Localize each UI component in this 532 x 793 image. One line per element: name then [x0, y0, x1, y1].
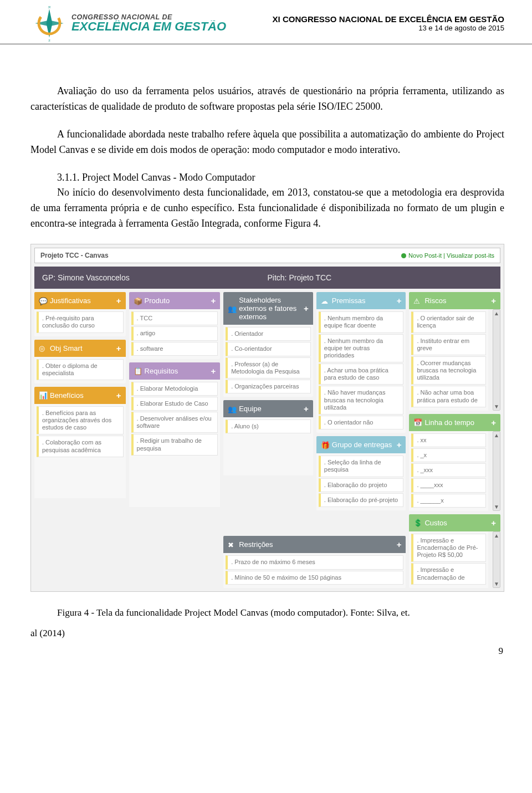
box-custos[interactable]: 💲Custos + [409, 514, 500, 531]
post-it-note[interactable]: . ____xxx [411, 478, 486, 492]
post-it-note[interactable]: . Instituto entrar em greve [411, 334, 486, 355]
target-icon: ◎ [39, 344, 47, 352]
post-it-note[interactable]: . artigo [131, 326, 218, 340]
post-it-note[interactable]: . Prazo de no máximo 6 meses [226, 555, 403, 569]
plus-icon[interactable]: + [397, 440, 402, 449]
post-it-note[interactable]: . _x [411, 448, 486, 462]
post-it-note[interactable]: . Redigir um trabalho de pesquisa [131, 434, 218, 455]
plus-icon[interactable]: + [211, 366, 216, 376]
cube-icon: 📦 [134, 297, 141, 305]
box-requisitos[interactable]: 📋Requisitos + [129, 362, 221, 380]
chevron-down-icon[interactable]: ▼ [494, 580, 499, 587]
post-it-note[interactable]: . Benefícios para as organizações atravé… [37, 406, 124, 435]
post-it-note[interactable]: . Elaborar Metodologia [131, 382, 218, 396]
plus-icon[interactable]: + [304, 404, 309, 413]
post-it-note[interactable]: . Orientador [226, 327, 311, 341]
conference-date: 13 e 14 de agosto de 2015 [273, 24, 504, 32]
chevron-down-icon[interactable]: ▼ [494, 503, 499, 510]
post-it-note[interactable]: . Mínino de 50 e máximo de 150 páginas [226, 571, 403, 585]
plus-icon[interactable]: + [116, 296, 121, 305]
box-stakeholders[interactable]: 👥Stakeholders externos e fatores externo… [223, 292, 313, 325]
post-it-note[interactable]: . _xxx [411, 463, 486, 477]
post-it-note[interactable]: . Obter o diploma de especialista [37, 359, 124, 380]
post-it-note[interactable]: . Professor (a) de Metodologia da Pesqui… [226, 357, 311, 378]
box-obj-smart[interactable]: ◎Obj Smart + [34, 340, 126, 357]
plus-icon[interactable]: + [397, 296, 402, 305]
compass-icon: N S [30, 4, 68, 42]
post-it-note[interactable]: . Impressão e Encadernação de Pré-Projet… [411, 534, 486, 562]
list-icon: 📋 [134, 367, 141, 375]
post-it-note[interactable]: . O orientador sair de licença [411, 311, 486, 332]
post-it-note[interactable]: . TCC [131, 311, 218, 325]
post-it-note[interactable]: . Elaboração do pré-projeto [319, 493, 404, 507]
chat-icon: 💬 [39, 297, 47, 305]
plus-icon[interactable]: + [211, 296, 216, 305]
plus-icon[interactable]: + [491, 296, 496, 305]
post-it-note[interactable]: . Desenvolver análises e/ou software [131, 412, 218, 433]
people-icon: 👥 [228, 305, 236, 313]
paragraph-2: A funcionalidade abordada neste trabalho… [30, 127, 504, 158]
box-produto[interactable]: 📦Produto + [129, 292, 221, 309]
chevron-up-icon[interactable]: ▲ [494, 432, 499, 439]
figure-caption: Figura 4 - Tela da funcionalidade Projec… [30, 607, 504, 618]
plus-icon[interactable]: + [116, 344, 121, 353]
paragraph-1: Avaliação do uso da ferramenta pelos usu… [30, 84, 504, 115]
box-beneficios[interactable]: 📊Benefícios + [34, 387, 126, 404]
canvas-toolbar-badge[interactable]: Novo Post-it | Visualizar post-its [401, 252, 494, 259]
plus-icon[interactable]: + [397, 540, 402, 549]
gift-icon: 🎁 [321, 441, 329, 449]
scrollbar[interactable]: ▲▼ [493, 309, 500, 411]
figure-caption-source: al (2014) [30, 628, 504, 639]
post-it-note[interactable]: . ______x [411, 494, 486, 508]
post-it-note[interactable]: . Nenhum membro da equipe ficar doente [319, 311, 404, 332]
plus-icon[interactable]: + [116, 391, 121, 400]
plus-icon[interactable]: + [491, 518, 496, 528]
canvas-title-text: Projeto TCC - Canvas [40, 252, 109, 259]
chevron-down-icon[interactable]: ▼ [494, 403, 499, 410]
gp-label: GP: Simone Vasconcelos [42, 273, 268, 282]
pitch-label: Pitch: Projeto TCC [268, 273, 493, 282]
post-it-note[interactable]: . Co-orientador [226, 342, 311, 356]
box-riscos[interactable]: ⚠Riscos + [409, 292, 500, 309]
plus-icon[interactable]: + [491, 418, 496, 427]
post-it-note[interactable]: . Não achar uma boa prática para estudo … [411, 386, 486, 407]
box-linha-tempo[interactable]: 📅Linha do tempo + [409, 414, 500, 431]
chevron-up-icon[interactable]: ▲ [494, 532, 499, 539]
money-icon: 💲 [413, 519, 421, 526]
page-number: 9 [30, 646, 504, 657]
post-it-note[interactable]: . O orientador não [319, 416, 404, 429]
cloud-icon: ☁ [321, 297, 329, 305]
box-premissas[interactable]: ☁Premissas + [316, 292, 406, 309]
close-icon: ✖ [228, 541, 236, 549]
scrollbar[interactable]: ▲▼ [493, 431, 500, 511]
calendar-icon: 📅 [413, 418, 421, 426]
post-it-note[interactable]: . Elaboração do projeto [319, 478, 404, 492]
box-equipe[interactable]: 👥Equipe + [223, 400, 313, 417]
post-it-note[interactable]: . Elaborar Estudo de Caso [131, 397, 218, 411]
post-it-note[interactable]: . Pré-requisito para conclusão do curso [37, 311, 124, 332]
box-justificativas[interactable]: 💬Justificativas + [34, 292, 126, 309]
chart-icon: 📊 [39, 391, 47, 399]
conference-title: XI CONGRESSO NACIONAL DE EXCELÊNCIA EM G… [273, 14, 504, 24]
plus-icon[interactable]: + [304, 304, 309, 313]
post-it-note[interactable]: . Não haver mudanças bruscas na tecnolog… [319, 386, 404, 415]
post-it-note[interactable]: . Achar uma boa prática para estudo de c… [319, 364, 404, 385]
canvas-meta-bar: GP: Simone Vasconcelos Pitch: Projeto TC… [34, 267, 500, 289]
canvas-window-title: Projeto TCC - Canvas Novo Post-it | Visu… [34, 248, 500, 263]
post-it-note[interactable]: . Ocorrer mudanças bruscas na tecnologia… [411, 356, 486, 385]
post-it-note[interactable]: . Colaboração com as pesquisas acadêmica [37, 436, 124, 457]
box-grupo-entregas[interactable]: 🎁Grupo de entregas + [316, 436, 406, 453]
post-it-note[interactable]: . xx [411, 433, 486, 447]
post-it-note[interactable]: . Aluno (s) [226, 419, 311, 433]
box-restricoes[interactable]: ✖Restrições + [223, 536, 406, 553]
post-it-note[interactable]: . software [131, 342, 218, 356]
chevron-up-icon[interactable]: ▲ [494, 310, 499, 317]
scrollbar[interactable]: ▲▼ [493, 531, 500, 588]
post-it-note[interactable]: . Impressão e Encadernação de [411, 563, 486, 584]
post-it-note[interactable]: . Nenhum membro da equipe ter outras pri… [319, 334, 404, 363]
header-right: XI CONGRESSO NACIONAL DE EXCELÊNCIA EM G… [273, 14, 504, 32]
warning-icon: ⚠ [413, 297, 421, 305]
logo-line2: EXCELÊNCIA EM GESTÃO [71, 21, 226, 33]
post-it-note[interactable]: . Organizações parceiras [226, 380, 311, 393]
post-it-note[interactable]: . Seleção da linha de pesquisa [319, 456, 404, 477]
